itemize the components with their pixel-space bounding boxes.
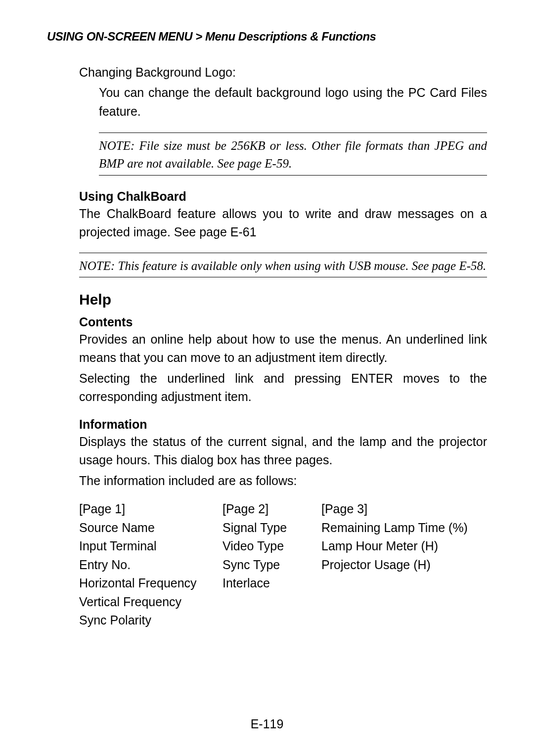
page1-row: Vertical Frequency — [79, 593, 222, 612]
page2-row: Video Type — [222, 537, 321, 556]
page1-row: Sync Polarity — [79, 611, 222, 630]
note-block-logo: NOTE: File size must be 256KB or less. O… — [79, 133, 487, 176]
chevron-right-icon: > — [195, 30, 205, 43]
note-text-chalkboard: NOTE: This feature is available only whe… — [79, 253, 487, 277]
contents-body-1: Provides an online help about how to use… — [79, 330, 487, 367]
page2-header: [Page 2] — [222, 500, 321, 519]
breadcrumb-part2: Menu Descriptions & Functions — [205, 30, 376, 43]
page3-header: [Page 3] — [321, 500, 487, 519]
page1-row: Input Terminal — [79, 537, 222, 556]
page-number: E-119 — [0, 717, 534, 731]
note-block-chalkboard: NOTE: This feature is available only whe… — [79, 253, 487, 277]
information-heading: Information — [79, 417, 487, 432]
page3-row: Remaining Lamp Time (%) — [321, 519, 487, 537]
contents-heading: Contents — [79, 315, 487, 329]
page2-row: Interlace — [222, 574, 321, 593]
section-changing-logo-title: Changing Background Logo: — [79, 65, 487, 80]
help-heading: Help — [79, 291, 487, 308]
section-changing-logo-body: You can change the default background lo… — [79, 84, 487, 121]
main-content: Changing Background Logo: You can change… — [47, 65, 487, 630]
contents-body-2: Selecting the underlined link and pressi… — [79, 369, 487, 406]
page1-column: [Page 1] Source Name Input Terminal Entr… — [79, 500, 222, 630]
note-text-logo: NOTE: File size must be 256KB or less. O… — [99, 133, 487, 176]
breadcrumb: USING ON-SCREEN MENU > Menu Descriptions… — [47, 30, 487, 44]
page2-row: Signal Type — [222, 519, 321, 537]
page3-row: Lamp Hour Meter (H) — [321, 537, 487, 556]
page2-column: [Page 2] Signal Type Video Type Sync Typ… — [222, 500, 321, 630]
information-body-1: Displays the status of the current signa… — [79, 433, 487, 470]
page2-row: Sync Type — [222, 556, 321, 575]
breadcrumb-part1: USING ON-SCREEN MENU — [47, 30, 192, 43]
information-pages-table: [Page 1] Source Name Input Terminal Entr… — [79, 500, 487, 630]
page1-row: Horizontal Frequency — [79, 574, 222, 593]
page1-row: Entry No. — [79, 556, 222, 575]
page1-header: [Page 1] — [79, 500, 222, 519]
information-body-2: The information included are as follows: — [79, 472, 487, 490]
page3-row: Projector Usage (H) — [321, 556, 487, 575]
page3-column: [Page 3] Remaining Lamp Time (%) Lamp Ho… — [321, 500, 487, 630]
section-chalkboard-body: The ChalkBoard feature allows you to wri… — [79, 205, 487, 242]
page1-row: Source Name — [79, 519, 222, 537]
section-chalkboard-heading: Using ChalkBoard — [79, 189, 487, 204]
